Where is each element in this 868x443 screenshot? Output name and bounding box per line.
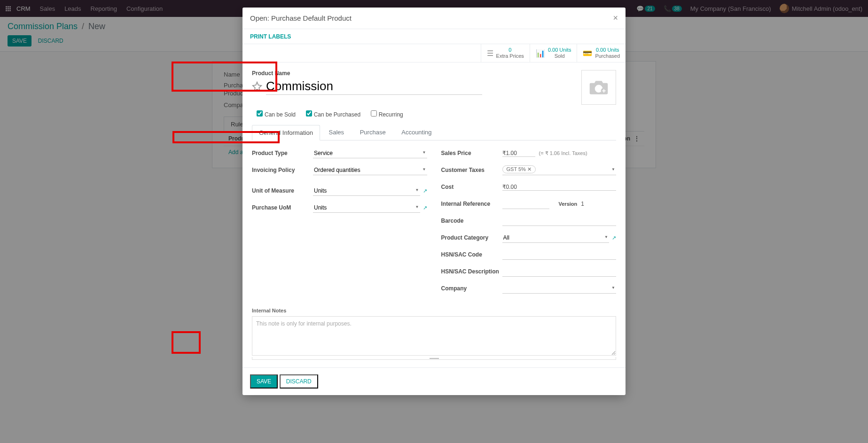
card-icon: 💳 xyxy=(583,49,592,58)
tax-remove-icon[interactable]: ✕ xyxy=(527,166,532,172)
bars-icon: 📊 xyxy=(536,49,545,58)
recurring-check[interactable]: Recurring xyxy=(371,111,403,118)
can-be-sold-check[interactable]: Can be Sold xyxy=(257,111,296,118)
tax-tag[interactable]: GST 5%✕ xyxy=(502,165,536,173)
print-labels-link[interactable]: PRINT LABELS xyxy=(250,33,291,40)
tab-sales[interactable]: Sales xyxy=(322,124,352,140)
product-image-placeholder[interactable] xyxy=(581,70,616,105)
tab-accounting[interactable]: Accounting xyxy=(394,124,438,140)
tab-purchase[interactable]: Purchase xyxy=(353,124,393,140)
modal-subheader: PRINT LABELS xyxy=(242,29,626,44)
favorite-star-icon[interactable] xyxy=(252,81,262,92)
invoicing-policy-select[interactable] xyxy=(313,165,427,175)
product-name-label: Product Name xyxy=(252,70,572,77)
product-type-label: Product Type xyxy=(252,150,313,156)
stat-extra-prices[interactable]: ☰ 0Extra Prices xyxy=(481,44,530,62)
tab-general-information[interactable]: General Information xyxy=(252,125,320,140)
modal-header: Open: Purchase Default Product × xyxy=(242,8,626,29)
modal-body: Product Name Can be Sold Can be Purchase… xyxy=(242,62,626,177)
modal-title: Open: Purchase Default Product xyxy=(250,14,352,22)
sales-price-value[interactable]: ₹1.00 xyxy=(502,150,535,157)
product-name-input[interactable] xyxy=(266,78,482,95)
stat-sold[interactable]: 📊 0.00 UnitsSold xyxy=(530,44,577,62)
customer-taxes-label: Customer Taxes xyxy=(441,167,502,173)
close-icon[interactable]: × xyxy=(613,13,618,23)
modal: Open: Purchase Default Product × PRINT L… xyxy=(242,8,626,178)
modal-overlay: Open: Purchase Default Product × PRINT L… xyxy=(0,0,868,178)
sales-price-hint: (= ₹ 1.06 Incl. Taxes) xyxy=(539,150,587,156)
list-icon: ☰ xyxy=(487,49,493,58)
product-tabs: General Information Sales Purchase Accou… xyxy=(252,124,616,140)
product-checks: Can be Sold Can be Purchased Recurring xyxy=(252,110,616,118)
can-be-purchased-check[interactable]: Can be Purchased xyxy=(306,111,360,118)
invoicing-policy-label: Invoicing Policy xyxy=(252,167,313,173)
sales-price-label: Sales Price xyxy=(441,150,502,156)
stat-purchased[interactable]: 💳 0.00 UnitsPurchased xyxy=(577,44,626,62)
product-type-select[interactable] xyxy=(313,148,427,158)
stat-buttons: ☰ 0Extra Prices 📊 0.00 UnitsSold 💳 0.00 … xyxy=(242,44,626,62)
